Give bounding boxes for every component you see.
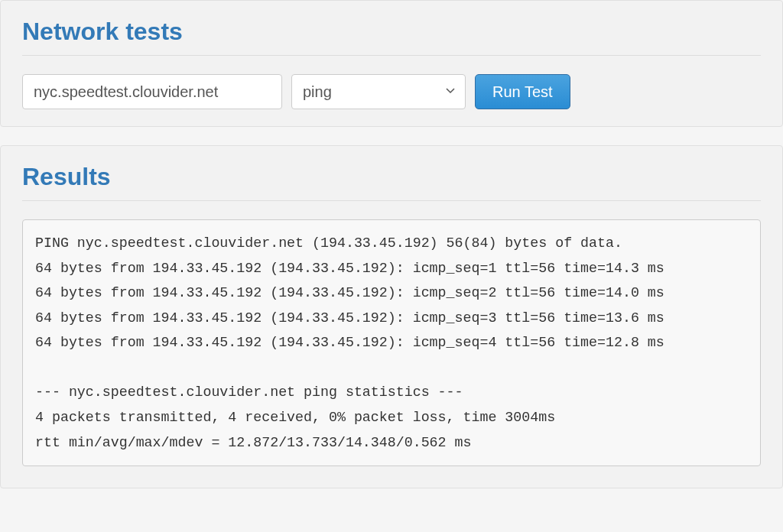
test-type-select-wrap: ping <box>291 74 466 109</box>
results-output: PING nyc.speedtest.clouvider.net (194.33… <box>22 219 761 466</box>
network-tests-panel: Network tests ping Run Test <box>0 0 783 127</box>
run-test-button[interactable]: Run Test <box>475 74 570 109</box>
test-form-row: ping Run Test <box>22 74 761 109</box>
test-type-select[interactable]: ping <box>291 74 466 109</box>
divider <box>22 200 761 201</box>
network-tests-title: Network tests <box>22 18 761 46</box>
divider <box>22 55 761 56</box>
results-panel: Results PING nyc.speedtest.clouvider.net… <box>0 145 783 488</box>
host-input[interactable] <box>22 74 282 109</box>
results-title: Results <box>22 163 761 191</box>
